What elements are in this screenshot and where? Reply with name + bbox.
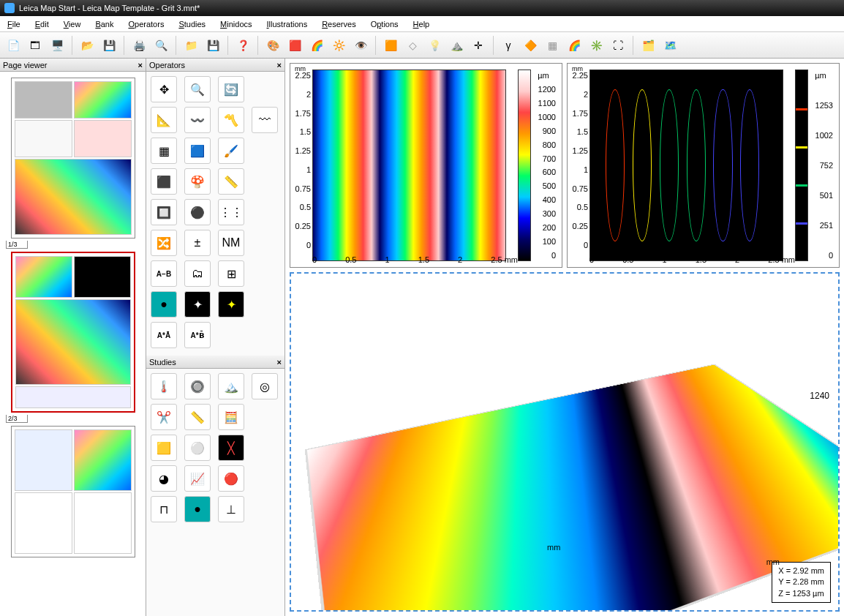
op-extract-icon[interactable]: ⬛ (151, 168, 177, 195)
gamma-button[interactable]: γ (498, 35, 519, 56)
layers-button[interactable]: 🗂️ (638, 35, 658, 56)
studies-close-icon[interactable]: × (277, 358, 282, 367)
heatmap-colorbar (518, 70, 531, 261)
study-lines-icon[interactable]: ╳ (218, 435, 244, 461)
menu-options[interactable]: Options (363, 18, 406, 31)
study-curve-icon[interactable]: 📈 (184, 465, 211, 492)
op-a-bbar[interactable]: A*B̄ (184, 322, 211, 348)
cursor-y: Y = 2.28 mm (778, 576, 824, 587)
menu-operators[interactable]: Operators (121, 18, 171, 31)
monitor-button[interactable]: 🖥️ (47, 35, 67, 56)
open-button[interactable]: 📂 (77, 35, 97, 56)
op-tiles-icon[interactable]: ⊞ (218, 260, 244, 287)
contour-chart[interactable]: mm 2.252 1.751.5 1.251 0.750.5 0.250 (567, 63, 840, 268)
page-viewer-panel: Page viewer × 1/3 2/3 (0, 59, 146, 616)
op-a-minus-b[interactable]: A−B (151, 260, 177, 287)
op-pattern-icon[interactable]: ⋮⋮ (218, 199, 244, 225)
op-a-abar[interactable]: A*Ā (151, 322, 177, 348)
op-arrows-icon[interactable]: ✥ (151, 76, 177, 102)
preview-button[interactable]: 🔍 (151, 35, 171, 56)
page-thumb-1[interactable] (11, 78, 135, 238)
red-square-button[interactable]: 🟥 (285, 35, 305, 56)
heatmap-xaxis: 00.5 11.5 2 2.5 mm (312, 255, 518, 264)
op-convert-icon[interactable]: 🔀 (151, 230, 177, 256)
menu-help[interactable]: Help (406, 18, 437, 31)
color-scale-button[interactable]: 🔶 (520, 35, 540, 56)
study-3d-icon[interactable]: 🏔️ (218, 373, 244, 399)
cursor-x: X = 2.92 mm (778, 566, 824, 576)
peak-button[interactable]: ⛰️ (446, 35, 467, 56)
study-contour-icon[interactable]: ◎ (252, 373, 278, 399)
page-thumb-3[interactable] (11, 426, 135, 557)
op-zoom-icon[interactable]: 🔍 (184, 76, 211, 102)
op-rotate-icon[interactable]: 🔄 (218, 76, 244, 102)
op-level-icon[interactable]: 📐 (151, 107, 177, 133)
help-button[interactable]: ❓ (233, 35, 253, 56)
op-scale-icon[interactable]: 📏 (218, 168, 244, 195)
print-button[interactable]: 🖨️ (129, 35, 149, 56)
op-nm-icon[interactable]: NM (218, 230, 244, 256)
3d-view-button[interactable]: 🗺️ (660, 35, 680, 56)
orange-fill-button[interactable]: 🟧 (380, 35, 401, 56)
menu-minidocs[interactable]: Minidocs (213, 18, 259, 31)
study-calc-icon[interactable]: 🧮 (218, 404, 244, 430)
open-studiable-button[interactable]: 📁 (181, 35, 201, 56)
op-form-icon[interactable]: 〰️ (184, 107, 211, 133)
page-label-1: 1/3 (6, 241, 28, 249)
bulb-button[interactable]: 💡 (424, 35, 445, 56)
center-button[interactable]: ✳️ (586, 35, 606, 56)
page-label-2: 2/3 (6, 415, 28, 423)
op-mushroom-icon[interactable]: 🍄 (184, 168, 211, 195)
op-fft3-icon[interactable]: ✦ (218, 291, 244, 318)
op-fft1-icon[interactable]: ● (151, 291, 177, 318)
view-3d[interactable]: 1240 X = 2.92 mm Y = 2.28 mm Z = 1253 µm… (290, 272, 840, 612)
op-addsub-icon[interactable]: ± (184, 230, 211, 256)
page-thumb-2[interactable] (11, 252, 135, 413)
new-window-button[interactable]: 🗔 (25, 35, 45, 56)
heatmap-chart[interactable]: mm 2.252 1.751.5 1.251 0.750.5 0.250 00.… (290, 63, 562, 268)
rainbow-bar-button[interactable]: 🌈 (306, 35, 327, 56)
study-dots-icon[interactable]: 🔴 (218, 465, 244, 492)
eye-button[interactable]: 👁️ (350, 35, 371, 56)
study-peak-icon[interactable]: ⊥ (218, 496, 244, 522)
heatmap-button[interactable]: 🔆 (328, 35, 349, 56)
new-doc-button[interactable]: 📄 (3, 35, 23, 56)
menu-file[interactable]: File (0, 18, 28, 31)
menu-view[interactable]: View (56, 18, 88, 31)
expand-button[interactable]: ⛶ (608, 35, 628, 56)
op-mask-icon[interactable]: 🔲 (151, 199, 177, 225)
op-waviness-icon[interactable]: 〰 (252, 107, 278, 133)
palette-button[interactable]: 🎨 (263, 35, 283, 56)
menu-reserves[interactable]: Reserves (314, 18, 363, 31)
cursor-z: Z = 1253 µm (778, 588, 824, 599)
diamond-button[interactable]: ◇ (402, 35, 423, 56)
spectrum-button[interactable]: 🌈 (564, 35, 584, 56)
op-retouch-icon[interactable]: 🖌️ (218, 138, 244, 164)
study-step-icon[interactable]: ⊓ (151, 496, 177, 522)
menu-studies[interactable]: Studies (171, 18, 213, 31)
op-overlay-icon[interactable]: 🗂 (184, 260, 211, 287)
page-viewer-close-icon[interactable]: × (138, 61, 143, 70)
op-filter-icon[interactable]: 〽️ (218, 107, 244, 133)
study-area-icon[interactable]: 🟨 (151, 435, 177, 461)
menu-bank[interactable]: Bank (88, 18, 121, 31)
op-threshold-icon[interactable]: ▦ (151, 138, 177, 164)
study-ruler-icon[interactable]: 📏 (184, 404, 211, 430)
op-grains-icon[interactable]: ⚫ (184, 199, 211, 225)
grayscale-button[interactable]: ▦ (542, 35, 562, 56)
x-axis-label-3d: mm (547, 543, 560, 552)
study-profile-icon[interactable]: ✂️ (151, 404, 177, 430)
save-studiable-button[interactable]: 💾 (203, 35, 223, 56)
op-fill-icon[interactable]: 🟦 (184, 138, 211, 164)
study-angle-icon[interactable]: ◕ (151, 465, 177, 492)
study-heat-icon[interactable]: 🌡️ (151, 373, 177, 399)
study-gray-icon[interactable]: 🔘 (184, 373, 211, 399)
save-button[interactable]: 💾 (99, 35, 119, 56)
menu-illustrations[interactable]: Illustrations (260, 18, 315, 31)
study-fft-icon[interactable]: ● (184, 496, 211, 522)
grid-axes-button[interactable]: ✛ (468, 35, 489, 56)
op-fft2-icon[interactable]: ✦ (184, 291, 211, 318)
operators-close-icon[interactable]: × (277, 61, 282, 70)
study-particles-icon[interactable]: ⚪ (184, 435, 211, 461)
menu-edit[interactable]: Edit (28, 18, 56, 31)
